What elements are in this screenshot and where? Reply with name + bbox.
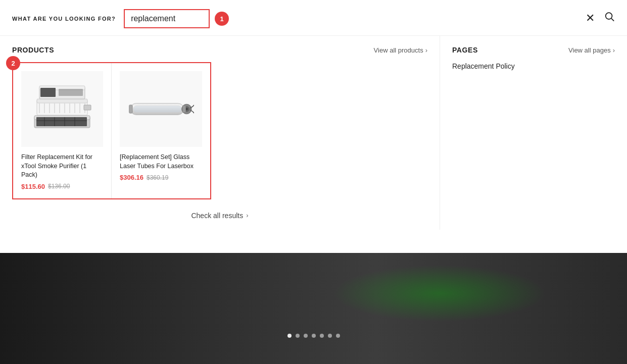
slide-dot-4[interactable]: [312, 334, 316, 338]
slide-dot-3[interactable]: [304, 334, 308, 338]
product-card-1[interactable]: Filter Replacement Kit for xTool Smoke P…: [13, 63, 112, 198]
check-all-chevron: ›: [246, 212, 248, 219]
products-section-header: Products View all products ›: [12, 46, 427, 54]
product-image-1: [21, 71, 103, 147]
product-image-2: [120, 71, 202, 147]
product-card-2[interactable]: [Replacement Set] Glass Laser Tubes For …: [112, 63, 210, 198]
search-overlay: WHAT ARE YOU LOOKING FOR? 1 ✕ Products V…: [0, 0, 627, 230]
search-prompt-label: WHAT ARE YOU LOOKING FOR?: [12, 16, 116, 22]
view-all-products-link[interactable]: View all products ›: [374, 46, 427, 54]
slide-dots: [287, 334, 340, 338]
svg-rect-25: [59, 89, 83, 96]
filter-kit-svg: [29, 79, 95, 139]
products-grid: 2: [12, 62, 211, 199]
product-price-wrapper-1: $115.60 $136.00: [21, 183, 103, 190]
product-name-1: Filter Replacement Kit for xTool Smoke P…: [21, 153, 103, 180]
product-sale-price-2: $306.16: [120, 174, 143, 181]
search-top-bar: WHAT ARE YOU LOOKING FOR? 1 ✕: [0, 0, 627, 36]
svg-rect-24: [40, 88, 56, 97]
check-all-results-link[interactable]: Check all results ›: [191, 212, 248, 220]
svg-rect-26: [84, 105, 91, 110]
pages-item-1[interactable]: Replacement Policy: [452, 62, 615, 70]
products-section: Products View all products › 2: [0, 36, 440, 230]
svg-rect-28: [133, 106, 181, 113]
svg-rect-33: [129, 105, 132, 113]
view-all-pages-label: View all pages: [568, 46, 611, 54]
check-all-wrapper: Check all results ›: [12, 212, 427, 220]
slide-dot-2[interactable]: [296, 334, 300, 338]
search-input-group: 1: [124, 9, 229, 28]
check-all-label: Check all results: [191, 212, 243, 220]
pages-section: Pages View all pages › Replacement Polic…: [440, 36, 627, 230]
slide-dot-6[interactable]: [328, 334, 332, 338]
product-sale-price-1: $115.60: [21, 183, 45, 190]
svg-point-0: [606, 13, 612, 19]
product-price-wrapper-2: $306.16 $360.19: [120, 174, 202, 181]
content-area: Products View all products › 2: [0, 36, 627, 230]
svg-rect-32: [182, 106, 186, 113]
product-original-price-2: $360.19: [147, 174, 168, 181]
top-bar-actions: ✕: [586, 11, 615, 25]
view-all-products-label: View all products: [374, 46, 423, 54]
search-count-badge: 1: [215, 12, 229, 26]
hero-background: [0, 253, 627, 364]
search-input[interactable]: [124, 9, 210, 28]
slide-dot-1[interactable]: [287, 334, 292, 338]
svg-line-1: [611, 19, 614, 21]
slide-dot-7[interactable]: [336, 334, 340, 338]
hero-bg-gradient: [0, 253, 627, 364]
search-icon-button[interactable]: [604, 11, 615, 25]
pages-section-title: Pages: [452, 46, 478, 54]
svg-rect-4: [36, 117, 87, 126]
products-grid-wrapper: 2: [12, 62, 211, 199]
view-all-pages-chevron: ›: [613, 46, 615, 54]
svg-rect-11: [37, 99, 87, 103]
product-name-2: [Replacement Set] Glass Laser Tubes For …: [120, 153, 202, 171]
product-original-price-1: $136.00: [48, 183, 70, 190]
close-button[interactable]: ✕: [586, 12, 595, 23]
laser-tube-svg: [128, 94, 194, 124]
view-all-pages-link[interactable]: View all pages ›: [568, 46, 615, 54]
search-icon: [604, 11, 615, 22]
products-count-badge: 2: [6, 56, 20, 70]
view-all-products-chevron: ›: [425, 46, 427, 54]
pages-section-header: Pages View all pages ›: [452, 46, 615, 54]
products-section-title: Products: [12, 46, 54, 54]
slide-dot-5[interactable]: [320, 334, 324, 338]
